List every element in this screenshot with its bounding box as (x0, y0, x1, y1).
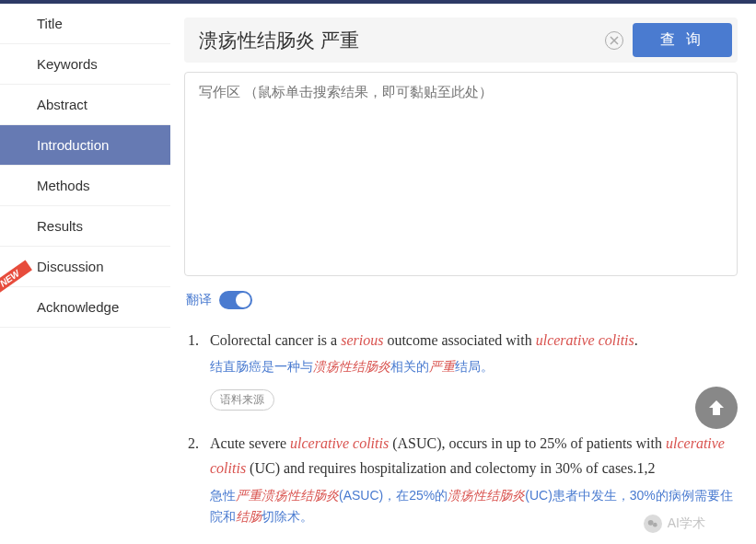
sidebar-item-introduction[interactable]: Introduction (0, 125, 170, 166)
svg-point-0 (648, 520, 654, 526)
clear-search-button[interactable] (605, 31, 623, 50)
results-list: 1.Colorectal cancer is a serious outcome… (184, 328, 738, 536)
writing-area[interactable] (184, 72, 738, 276)
main-panel: 查 询 翻译 1.Colorectal cancer is a serious … (170, 4, 756, 544)
result-number: 2. (184, 431, 210, 536)
sidebar-item-acknowledge[interactable]: AcknowledgeNEW (0, 287, 170, 328)
sidebar: TitleKeywordsAbstractIntroductionMethods… (0, 4, 170, 544)
watermark-text: AI学术 (668, 515, 705, 532)
sidebar-item-methods[interactable]: Methods (0, 166, 170, 206)
close-icon (610, 36, 619, 45)
translate-label: 翻译 (186, 292, 212, 308)
svg-point-1 (653, 523, 657, 527)
translate-row: 翻译 (184, 291, 738, 309)
translate-toggle[interactable] (219, 291, 252, 309)
search-row: 查 询 (184, 17, 738, 63)
sidebar-item-results[interactable]: Results (0, 206, 170, 247)
result-item[interactable]: 1.Colorectal cancer is a serious outcome… (184, 328, 738, 411)
result-english: Acute severe ulcerative colitis (ASUC), … (210, 431, 738, 480)
arrow-up-icon (705, 397, 727, 419)
scroll-top-button[interactable] (695, 387, 738, 429)
sidebar-item-abstract[interactable]: Abstract (0, 85, 170, 125)
sidebar-item-keywords[interactable]: Keywords (0, 44, 170, 85)
result-chinese: 结直肠癌是一种与溃疡性结肠炎相关的严重结局。 (210, 356, 738, 378)
result-english: Colorectal cancer is a serious outcome a… (210, 328, 738, 353)
result-number: 1. (184, 328, 210, 411)
result-body: Colorectal cancer is a serious outcome a… (210, 328, 738, 411)
search-button[interactable]: 查 询 (633, 23, 732, 57)
sidebar-item-title[interactable]: Title (0, 4, 170, 44)
main-container: TitleKeywordsAbstractIntroductionMethods… (0, 4, 756, 544)
source-button[interactable]: 语料来源 (210, 389, 274, 411)
search-input[interactable] (190, 26, 605, 55)
wechat-icon (644, 515, 662, 533)
watermark: AI学术 (644, 515, 705, 533)
